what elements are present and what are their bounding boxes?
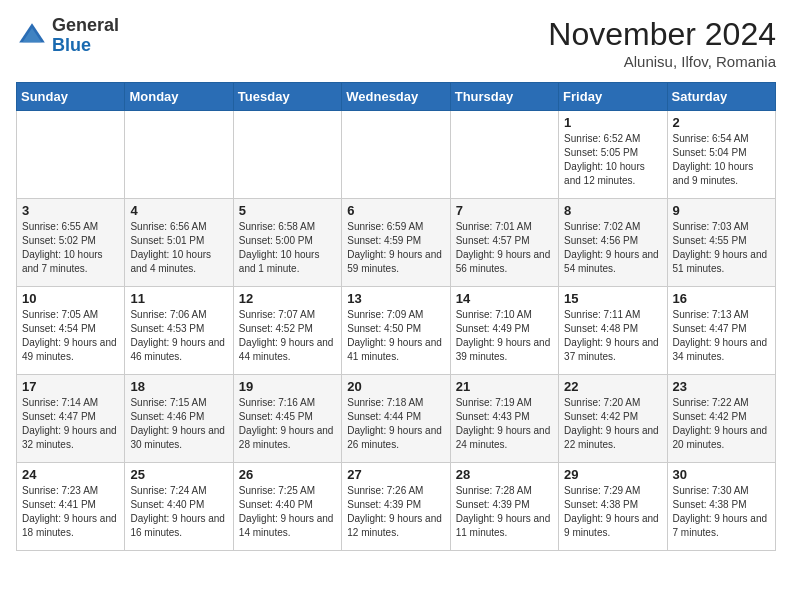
calendar-header: SundayMondayTuesdayWednesdayThursdayFrid… [17, 83, 776, 111]
day-number: 7 [456, 203, 553, 218]
calendar-cell: 27Sunrise: 7:26 AM Sunset: 4:39 PM Dayli… [342, 463, 450, 551]
month-title: November 2024 [548, 16, 776, 53]
day-info: Sunrise: 7:18 AM Sunset: 4:44 PM Dayligh… [347, 396, 444, 452]
day-number: 3 [22, 203, 119, 218]
day-info: Sunrise: 7:06 AM Sunset: 4:53 PM Dayligh… [130, 308, 227, 364]
calendar-cell: 15Sunrise: 7:11 AM Sunset: 4:48 PM Dayli… [559, 287, 667, 375]
day-number: 20 [347, 379, 444, 394]
calendar-cell: 22Sunrise: 7:20 AM Sunset: 4:42 PM Dayli… [559, 375, 667, 463]
location: Alunisu, Ilfov, Romania [548, 53, 776, 70]
weekday-header-monday: Monday [125, 83, 233, 111]
calendar-cell: 2Sunrise: 6:54 AM Sunset: 5:04 PM Daylig… [667, 111, 775, 199]
day-info: Sunrise: 7:20 AM Sunset: 4:42 PM Dayligh… [564, 396, 661, 452]
calendar-cell: 1Sunrise: 6:52 AM Sunset: 5:05 PM Daylig… [559, 111, 667, 199]
day-info: Sunrise: 7:24 AM Sunset: 4:40 PM Dayligh… [130, 484, 227, 540]
day-info: Sunrise: 7:11 AM Sunset: 4:48 PM Dayligh… [564, 308, 661, 364]
day-number: 28 [456, 467, 553, 482]
weekday-header-saturday: Saturday [667, 83, 775, 111]
calendar-cell: 23Sunrise: 7:22 AM Sunset: 4:42 PM Dayli… [667, 375, 775, 463]
day-info: Sunrise: 7:19 AM Sunset: 4:43 PM Dayligh… [456, 396, 553, 452]
calendar-table: SundayMondayTuesdayWednesdayThursdayFrid… [16, 82, 776, 551]
day-number: 15 [564, 291, 661, 306]
calendar-cell: 7Sunrise: 7:01 AM Sunset: 4:57 PM Daylig… [450, 199, 558, 287]
day-info: Sunrise: 6:56 AM Sunset: 5:01 PM Dayligh… [130, 220, 227, 276]
day-number: 9 [673, 203, 770, 218]
calendar-cell: 25Sunrise: 7:24 AM Sunset: 4:40 PM Dayli… [125, 463, 233, 551]
day-number: 16 [673, 291, 770, 306]
day-info: Sunrise: 7:03 AM Sunset: 4:55 PM Dayligh… [673, 220, 770, 276]
logo-blue: Blue [52, 35, 91, 55]
calendar-cell: 8Sunrise: 7:02 AM Sunset: 4:56 PM Daylig… [559, 199, 667, 287]
day-info: Sunrise: 7:07 AM Sunset: 4:52 PM Dayligh… [239, 308, 336, 364]
calendar-cell: 13Sunrise: 7:09 AM Sunset: 4:50 PM Dayli… [342, 287, 450, 375]
calendar-cell: 5Sunrise: 6:58 AM Sunset: 5:00 PM Daylig… [233, 199, 341, 287]
calendar-week-row: 17Sunrise: 7:14 AM Sunset: 4:47 PM Dayli… [17, 375, 776, 463]
title-block: November 2024 Alunisu, Ilfov, Romania [548, 16, 776, 70]
day-number: 26 [239, 467, 336, 482]
day-number: 21 [456, 379, 553, 394]
calendar-cell: 6Sunrise: 6:59 AM Sunset: 4:59 PM Daylig… [342, 199, 450, 287]
day-number: 19 [239, 379, 336, 394]
day-info: Sunrise: 7:22 AM Sunset: 4:42 PM Dayligh… [673, 396, 770, 452]
weekday-header-row: SundayMondayTuesdayWednesdayThursdayFrid… [17, 83, 776, 111]
day-number: 27 [347, 467, 444, 482]
calendar-cell: 21Sunrise: 7:19 AM Sunset: 4:43 PM Dayli… [450, 375, 558, 463]
calendar-cell: 14Sunrise: 7:10 AM Sunset: 4:49 PM Dayli… [450, 287, 558, 375]
day-info: Sunrise: 7:05 AM Sunset: 4:54 PM Dayligh… [22, 308, 119, 364]
calendar-week-row: 24Sunrise: 7:23 AM Sunset: 4:41 PM Dayli… [17, 463, 776, 551]
calendar-cell: 24Sunrise: 7:23 AM Sunset: 4:41 PM Dayli… [17, 463, 125, 551]
calendar-cell: 11Sunrise: 7:06 AM Sunset: 4:53 PM Dayli… [125, 287, 233, 375]
logo-icon [16, 20, 48, 52]
calendar-week-row: 10Sunrise: 7:05 AM Sunset: 4:54 PM Dayli… [17, 287, 776, 375]
day-info: Sunrise: 7:01 AM Sunset: 4:57 PM Dayligh… [456, 220, 553, 276]
day-info: Sunrise: 7:13 AM Sunset: 4:47 PM Dayligh… [673, 308, 770, 364]
calendar-cell: 4Sunrise: 6:56 AM Sunset: 5:01 PM Daylig… [125, 199, 233, 287]
day-info: Sunrise: 7:25 AM Sunset: 4:40 PM Dayligh… [239, 484, 336, 540]
page-header: General Blue November 2024 Alunisu, Ilfo… [16, 16, 776, 70]
day-number: 12 [239, 291, 336, 306]
day-number: 4 [130, 203, 227, 218]
calendar-body: 1Sunrise: 6:52 AM Sunset: 5:05 PM Daylig… [17, 111, 776, 551]
day-info: Sunrise: 7:30 AM Sunset: 4:38 PM Dayligh… [673, 484, 770, 540]
day-number: 14 [456, 291, 553, 306]
day-number: 6 [347, 203, 444, 218]
calendar-cell [342, 111, 450, 199]
calendar-cell: 9Sunrise: 7:03 AM Sunset: 4:55 PM Daylig… [667, 199, 775, 287]
calendar-cell: 17Sunrise: 7:14 AM Sunset: 4:47 PM Dayli… [17, 375, 125, 463]
day-number: 25 [130, 467, 227, 482]
day-number: 30 [673, 467, 770, 482]
day-number: 24 [22, 467, 119, 482]
weekday-header-wednesday: Wednesday [342, 83, 450, 111]
day-number: 8 [564, 203, 661, 218]
weekday-header-friday: Friday [559, 83, 667, 111]
day-number: 11 [130, 291, 227, 306]
calendar-cell: 18Sunrise: 7:15 AM Sunset: 4:46 PM Dayli… [125, 375, 233, 463]
day-number: 13 [347, 291, 444, 306]
calendar-cell [233, 111, 341, 199]
day-number: 5 [239, 203, 336, 218]
day-info: Sunrise: 7:26 AM Sunset: 4:39 PM Dayligh… [347, 484, 444, 540]
calendar-cell: 10Sunrise: 7:05 AM Sunset: 4:54 PM Dayli… [17, 287, 125, 375]
day-info: Sunrise: 7:15 AM Sunset: 4:46 PM Dayligh… [130, 396, 227, 452]
day-info: Sunrise: 7:29 AM Sunset: 4:38 PM Dayligh… [564, 484, 661, 540]
day-number: 23 [673, 379, 770, 394]
day-number: 10 [22, 291, 119, 306]
day-info: Sunrise: 7:02 AM Sunset: 4:56 PM Dayligh… [564, 220, 661, 276]
calendar-cell [125, 111, 233, 199]
day-info: Sunrise: 6:54 AM Sunset: 5:04 PM Dayligh… [673, 132, 770, 188]
weekday-header-thursday: Thursday [450, 83, 558, 111]
logo: General Blue [16, 16, 119, 56]
calendar-cell: 29Sunrise: 7:29 AM Sunset: 4:38 PM Dayli… [559, 463, 667, 551]
calendar-week-row: 3Sunrise: 6:55 AM Sunset: 5:02 PM Daylig… [17, 199, 776, 287]
logo-general: General [52, 15, 119, 35]
calendar-cell: 28Sunrise: 7:28 AM Sunset: 4:39 PM Dayli… [450, 463, 558, 551]
day-number: 22 [564, 379, 661, 394]
calendar-cell: 12Sunrise: 7:07 AM Sunset: 4:52 PM Dayli… [233, 287, 341, 375]
day-info: Sunrise: 7:10 AM Sunset: 4:49 PM Dayligh… [456, 308, 553, 364]
calendar-cell: 20Sunrise: 7:18 AM Sunset: 4:44 PM Dayli… [342, 375, 450, 463]
day-info: Sunrise: 7:23 AM Sunset: 4:41 PM Dayligh… [22, 484, 119, 540]
day-info: Sunrise: 7:14 AM Sunset: 4:47 PM Dayligh… [22, 396, 119, 452]
calendar-cell [17, 111, 125, 199]
day-info: Sunrise: 6:52 AM Sunset: 5:05 PM Dayligh… [564, 132, 661, 188]
calendar-cell: 16Sunrise: 7:13 AM Sunset: 4:47 PM Dayli… [667, 287, 775, 375]
